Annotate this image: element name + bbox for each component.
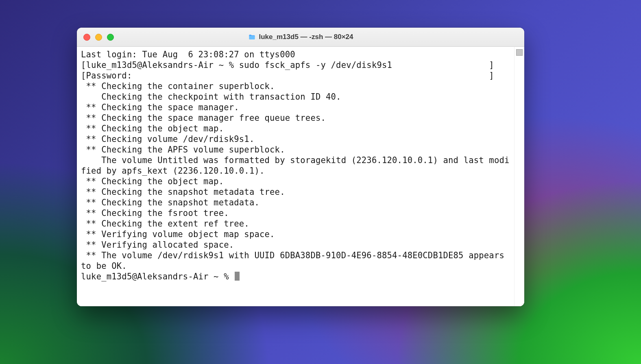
terminal-output[interactable]: Last login: Tue Aug 6 23:08:27 on ttys00… — [77, 47, 514, 306]
window-controls — [83, 34, 114, 41]
vertical-scrollbar[interactable] — [514, 47, 524, 306]
zoom-button[interactable] — [107, 34, 114, 41]
scrollbar-thumb[interactable] — [516, 49, 523, 56]
folder-icon — [248, 33, 256, 41]
window-title: luke_m13d5 — -zsh — 80×24 — [77, 33, 524, 41]
terminal-content-wrap: Last login: Tue Aug 6 23:08:27 on ttys00… — [77, 47, 524, 306]
window-titlebar[interactable]: luke_m13d5 — -zsh — 80×24 — [77, 28, 524, 47]
terminal-window: luke_m13d5 — -zsh — 80×24 Last login: Tu… — [77, 28, 524, 306]
window-title-text: luke_m13d5 — -zsh — 80×24 — [259, 33, 353, 41]
minimize-button[interactable] — [95, 34, 102, 41]
close-button[interactable] — [83, 34, 90, 41]
terminal-cursor — [235, 272, 240, 281]
desktop-background: luke_m13d5 — -zsh — 80×24 Last login: Tu… — [0, 0, 641, 364]
